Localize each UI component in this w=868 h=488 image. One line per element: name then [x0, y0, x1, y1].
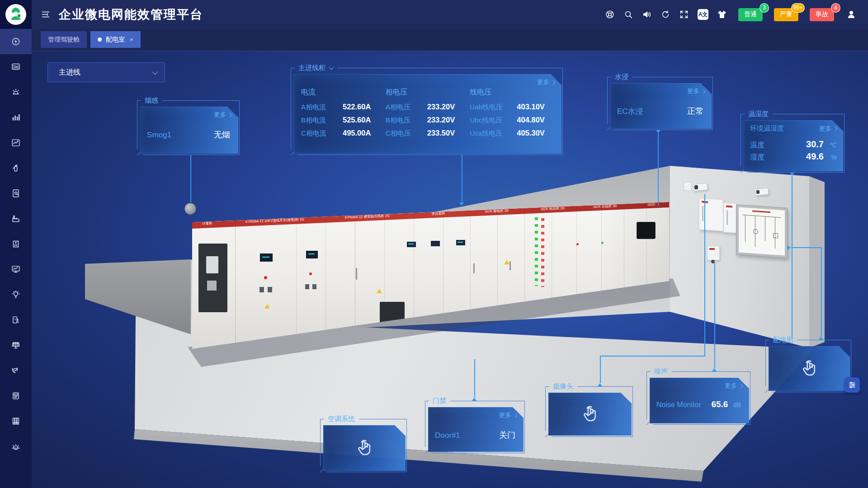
noise-value: 65.6: [711, 399, 728, 409]
phase-voltage-column: 相电压 A相电压233.20V B相电压233.20V C相电压233.50V: [386, 88, 470, 150]
sidebar-item-alarm[interactable]: [0, 80, 32, 105]
sound-icon[interactable]: [642, 9, 652, 19]
line-voltage-column: 线电压 Uab线电压403.10V Ubc线电压404.80V Uca线电压40…: [470, 88, 554, 150]
tap-hand-icon: [581, 405, 599, 423]
more-link[interactable]: 更多: [725, 382, 742, 390]
ev-charger-icon: [11, 315, 21, 325]
connector-camera-v1: [704, 194, 705, 356]
connector-noise: [714, 263, 715, 368]
alarm-accident-button[interactable]: 事故 4: [810, 8, 834, 21]
camera-panel: 摄像头: [545, 386, 633, 437]
sidebar-item-video-surveillance[interactable]: [0, 358, 32, 383]
sensor-label: Door#1: [435, 431, 460, 440]
hamburger-menu-icon[interactable]: [41, 9, 51, 19]
connector-temp: [792, 176, 793, 338]
alarm-severe-badge: 99+: [791, 3, 805, 13]
sidebar-item-solar[interactable]: [0, 333, 32, 358]
sensor-label: Noise Monitor: [656, 401, 701, 409]
tap-hand-icon: [355, 439, 373, 457]
fire-extinguisher-icon: [11, 163, 21, 173]
sidebar-item-inspection-report[interactable]: [0, 181, 32, 206]
sidebar-item-bar-stats[interactable]: [0, 105, 32, 130]
more-link[interactable]: 更多: [214, 111, 231, 119]
translate-icon[interactable]: A文: [698, 9, 708, 20]
more-link[interactable]: 更多: [499, 411, 517, 419]
theme-skin-icon[interactable]: [717, 9, 727, 19]
sidebar-item-factory[interactable]: [0, 206, 32, 231]
panel-title: 门禁: [433, 397, 446, 405]
sidebar-item-energy-screen[interactable]: [0, 257, 32, 282]
tab-management-cockpit[interactable]: 管理驾驶舱: [41, 31, 87, 48]
building-icon: [11, 239, 21, 249]
panel-title: 水浸: [615, 73, 628, 81]
hvac-panel: 空调系统: [320, 419, 407, 472]
sidebar-item-fire-extinguisher[interactable]: [0, 155, 32, 181]
bar-chart-icon: [11, 113, 21, 122]
monitor-chart-icon: [11, 264, 21, 274]
panel-title: 配电图: [773, 336, 793, 344]
connector-diagram-v: [821, 248, 822, 337]
distribution-diagram-panel: 配电图: [765, 340, 851, 392]
sidebar-item-building[interactable]: [0, 231, 32, 257]
load-curve-icon: [11, 62, 21, 72]
line-selector-dropdown[interactable]: 主进线: [47, 62, 165, 82]
alarm-siren-icon: [11, 87, 21, 97]
sidebar-item-lighting[interactable]: [0, 282, 32, 307]
alarm-normal-badge: 3: [760, 3, 769, 13]
fullscreen-icon[interactable]: [679, 9, 689, 19]
sidebar-item-trend-analysis[interactable]: [0, 130, 32, 155]
sliders-icon: [848, 381, 856, 389]
sidebar-item-ev-charger[interactable]: [0, 307, 32, 333]
main-incoming-panel: 主进线柜 更多 电流 A相电流522.60A B相电流525.60A C相电流4…: [291, 68, 563, 155]
temperature-unit: ℃: [827, 141, 837, 149]
more-link[interactable]: 更多: [819, 125, 837, 133]
alarm-severe-button[interactable]: 严重 99+: [774, 8, 798, 21]
sidebar-item-sunrise[interactable]: [0, 434, 32, 459]
archive-binders-icon: [11, 416, 21, 426]
sidebar-item-access-terminal[interactable]: [0, 383, 32, 408]
help-lifebuoy-icon[interactable]: [605, 9, 615, 19]
tab-close-icon[interactable]: ×: [130, 36, 133, 43]
sidebar: [0, 29, 32, 488]
active-tab-dot-icon: [98, 38, 102, 42]
engineer-logo-icon: [5, 4, 26, 25]
panel-title-chevron-icon[interactable]: [329, 65, 334, 70]
alarm-normal-button[interactable]: 普通 3: [738, 8, 763, 21]
humidity-value: 49.6: [806, 151, 824, 162]
tab-bar: 管理驾驶舱 配电室 ×: [32, 29, 868, 51]
current-column: 电流 A相电流522.60A B相电流525.60A C相电流495.00A: [301, 88, 386, 150]
temperature-label: 温度: [750, 141, 764, 150]
noise-panel: 噪声 更多 Noise Monitor 65.6 dB: [646, 371, 750, 425]
smoke-panel: 烟感 更多 Smog1 无烟: [137, 100, 240, 155]
light-bulb-icon: [11, 290, 21, 300]
access-terminal-icon: [11, 391, 21, 401]
report-search-icon: [11, 188, 21, 198]
user-avatar-icon[interactable]: [846, 9, 856, 19]
sidebar-item-load-curve[interactable]: [0, 54, 32, 80]
page-title: 企业微电网能效管理平台: [59, 6, 203, 23]
sensor-value: 关门: [499, 430, 515, 441]
header: 企业微电网能效管理平台 A文 普通 3 严重 99+ 事故 4: [32, 0, 868, 29]
more-link[interactable]: 更多: [687, 87, 705, 95]
sunrise-icon: [11, 441, 21, 451]
cctv-camera-icon: [11, 366, 21, 375]
sidebar-item-energy-monitor[interactable]: [0, 29, 32, 54]
sensor-label: EC水浸: [617, 106, 643, 117]
connector-main: [462, 155, 462, 202]
alarm-accident-badge: 4: [831, 3, 840, 13]
settings-fab-button[interactable]: [844, 377, 860, 393]
connector-camera-v2: [600, 356, 601, 383]
panel-title: 烟感: [145, 96, 158, 105]
panel-title: 主进线柜: [298, 64, 326, 72]
refresh-icon[interactable]: [660, 9, 670, 19]
search-icon[interactable]: [623, 9, 633, 19]
door-access-panel: 门禁 更多 Door#1 关门: [425, 401, 525, 453]
connector-smoke: [190, 155, 191, 202]
tab-distribution-room[interactable]: 配电室 ×: [90, 31, 141, 48]
humidity-unit: %: [827, 154, 837, 161]
connector-door: [474, 359, 475, 398]
connector-water: [658, 133, 659, 206]
panel-title: 噪声: [654, 367, 668, 376]
more-link[interactable]: 更多: [537, 78, 555, 86]
sidebar-item-archives[interactable]: [0, 408, 32, 434]
